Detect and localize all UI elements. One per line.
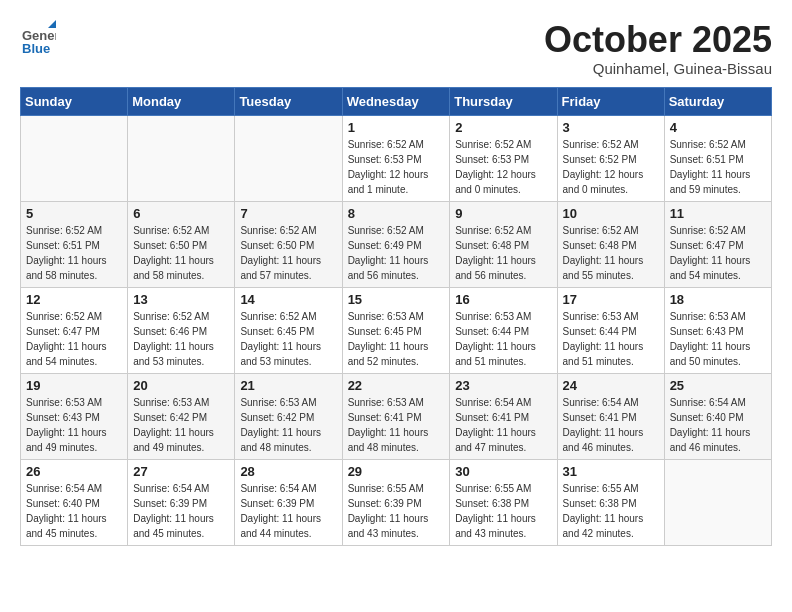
col-friday: Friday <box>557 87 664 115</box>
day-number: 7 <box>240 206 336 221</box>
day-number: 31 <box>563 464 659 479</box>
page-header: General Blue October 2025 Quinhamel, Gui… <box>20 20 772 77</box>
day-info: Sunrise: 6:53 AMSunset: 6:42 PMDaylight:… <box>240 395 336 455</box>
calendar-week-1: 5Sunrise: 6:52 AMSunset: 6:51 PMDaylight… <box>21 201 772 287</box>
day-number: 13 <box>133 292 229 307</box>
location: Quinhamel, Guinea-Bissau <box>544 60 772 77</box>
day-number: 10 <box>563 206 659 221</box>
day-info: Sunrise: 6:52 AMSunset: 6:51 PMDaylight:… <box>670 137 766 197</box>
day-info: Sunrise: 6:54 AMSunset: 6:40 PMDaylight:… <box>670 395 766 455</box>
calendar-cell: 10Sunrise: 6:52 AMSunset: 6:48 PMDayligh… <box>557 201 664 287</box>
day-info: Sunrise: 6:54 AMSunset: 6:39 PMDaylight:… <box>240 481 336 541</box>
calendar-cell: 24Sunrise: 6:54 AMSunset: 6:41 PMDayligh… <box>557 373 664 459</box>
month-title: October 2025 <box>544 20 772 60</box>
day-info: Sunrise: 6:52 AMSunset: 6:47 PMDaylight:… <box>26 309 122 369</box>
col-wednesday: Wednesday <box>342 87 450 115</box>
day-number: 9 <box>455 206 551 221</box>
day-number: 17 <box>563 292 659 307</box>
col-sunday: Sunday <box>21 87 128 115</box>
day-number: 8 <box>348 206 445 221</box>
calendar-cell: 31Sunrise: 6:55 AMSunset: 6:38 PMDayligh… <box>557 459 664 545</box>
calendar-cell <box>235 115 342 201</box>
day-info: Sunrise: 6:52 AMSunset: 6:52 PMDaylight:… <box>563 137 659 197</box>
calendar-week-3: 19Sunrise: 6:53 AMSunset: 6:43 PMDayligh… <box>21 373 772 459</box>
day-info: Sunrise: 6:52 AMSunset: 6:46 PMDaylight:… <box>133 309 229 369</box>
day-number: 25 <box>670 378 766 393</box>
day-info: Sunrise: 6:53 AMSunset: 6:41 PMDaylight:… <box>348 395 445 455</box>
calendar-cell: 30Sunrise: 6:55 AMSunset: 6:38 PMDayligh… <box>450 459 557 545</box>
day-info: Sunrise: 6:52 AMSunset: 6:53 PMDaylight:… <box>455 137 551 197</box>
day-number: 24 <box>563 378 659 393</box>
calendar-cell: 6Sunrise: 6:52 AMSunset: 6:50 PMDaylight… <box>128 201 235 287</box>
calendar-cell: 14Sunrise: 6:52 AMSunset: 6:45 PMDayligh… <box>235 287 342 373</box>
calendar-week-2: 12Sunrise: 6:52 AMSunset: 6:47 PMDayligh… <box>21 287 772 373</box>
day-number: 15 <box>348 292 445 307</box>
col-saturday: Saturday <box>664 87 771 115</box>
day-number: 28 <box>240 464 336 479</box>
calendar-cell: 9Sunrise: 6:52 AMSunset: 6:48 PMDaylight… <box>450 201 557 287</box>
calendar-cell: 27Sunrise: 6:54 AMSunset: 6:39 PMDayligh… <box>128 459 235 545</box>
day-number: 6 <box>133 206 229 221</box>
calendar-cell: 1Sunrise: 6:52 AMSunset: 6:53 PMDaylight… <box>342 115 450 201</box>
calendar-cell: 25Sunrise: 6:54 AMSunset: 6:40 PMDayligh… <box>664 373 771 459</box>
calendar: Sunday Monday Tuesday Wednesday Thursday… <box>20 87 772 546</box>
day-info: Sunrise: 6:52 AMSunset: 6:47 PMDaylight:… <box>670 223 766 283</box>
col-monday: Monday <box>128 87 235 115</box>
calendar-week-4: 26Sunrise: 6:54 AMSunset: 6:40 PMDayligh… <box>21 459 772 545</box>
day-info: Sunrise: 6:54 AMSunset: 6:39 PMDaylight:… <box>133 481 229 541</box>
day-info: Sunrise: 6:52 AMSunset: 6:48 PMDaylight:… <box>455 223 551 283</box>
day-info: Sunrise: 6:52 AMSunset: 6:45 PMDaylight:… <box>240 309 336 369</box>
day-number: 11 <box>670 206 766 221</box>
day-number: 19 <box>26 378 122 393</box>
day-info: Sunrise: 6:53 AMSunset: 6:45 PMDaylight:… <box>348 309 445 369</box>
svg-text:Blue: Blue <box>22 41 50 56</box>
calendar-week-0: 1Sunrise: 6:52 AMSunset: 6:53 PMDaylight… <box>21 115 772 201</box>
calendar-cell: 13Sunrise: 6:52 AMSunset: 6:46 PMDayligh… <box>128 287 235 373</box>
day-number: 21 <box>240 378 336 393</box>
day-number: 29 <box>348 464 445 479</box>
day-info: Sunrise: 6:53 AMSunset: 6:43 PMDaylight:… <box>26 395 122 455</box>
day-info: Sunrise: 6:52 AMSunset: 6:49 PMDaylight:… <box>348 223 445 283</box>
day-number: 20 <box>133 378 229 393</box>
day-number: 14 <box>240 292 336 307</box>
day-info: Sunrise: 6:54 AMSunset: 6:40 PMDaylight:… <box>26 481 122 541</box>
calendar-cell: 18Sunrise: 6:53 AMSunset: 6:43 PMDayligh… <box>664 287 771 373</box>
calendar-cell <box>664 459 771 545</box>
col-tuesday: Tuesday <box>235 87 342 115</box>
calendar-cell: 17Sunrise: 6:53 AMSunset: 6:44 PMDayligh… <box>557 287 664 373</box>
day-info: Sunrise: 6:53 AMSunset: 6:43 PMDaylight:… <box>670 309 766 369</box>
logo: General Blue <box>20 20 60 56</box>
calendar-cell: 19Sunrise: 6:53 AMSunset: 6:43 PMDayligh… <box>21 373 128 459</box>
day-number: 30 <box>455 464 551 479</box>
col-thursday: Thursday <box>450 87 557 115</box>
day-number: 1 <box>348 120 445 135</box>
calendar-cell: 23Sunrise: 6:54 AMSunset: 6:41 PMDayligh… <box>450 373 557 459</box>
day-number: 18 <box>670 292 766 307</box>
day-info: Sunrise: 6:55 AMSunset: 6:39 PMDaylight:… <box>348 481 445 541</box>
calendar-cell: 20Sunrise: 6:53 AMSunset: 6:42 PMDayligh… <box>128 373 235 459</box>
calendar-header-row: Sunday Monday Tuesday Wednesday Thursday… <box>21 87 772 115</box>
calendar-cell: 29Sunrise: 6:55 AMSunset: 6:39 PMDayligh… <box>342 459 450 545</box>
day-info: Sunrise: 6:53 AMSunset: 6:44 PMDaylight:… <box>455 309 551 369</box>
calendar-cell: 28Sunrise: 6:54 AMSunset: 6:39 PMDayligh… <box>235 459 342 545</box>
day-info: Sunrise: 6:54 AMSunset: 6:41 PMDaylight:… <box>563 395 659 455</box>
logo-icon: General Blue <box>20 20 56 56</box>
day-info: Sunrise: 6:52 AMSunset: 6:50 PMDaylight:… <box>240 223 336 283</box>
day-info: Sunrise: 6:52 AMSunset: 6:51 PMDaylight:… <box>26 223 122 283</box>
calendar-cell: 11Sunrise: 6:52 AMSunset: 6:47 PMDayligh… <box>664 201 771 287</box>
calendar-cell <box>21 115 128 201</box>
calendar-cell: 4Sunrise: 6:52 AMSunset: 6:51 PMDaylight… <box>664 115 771 201</box>
calendar-cell: 15Sunrise: 6:53 AMSunset: 6:45 PMDayligh… <box>342 287 450 373</box>
day-number: 27 <box>133 464 229 479</box>
calendar-cell: 22Sunrise: 6:53 AMSunset: 6:41 PMDayligh… <box>342 373 450 459</box>
calendar-cell: 26Sunrise: 6:54 AMSunset: 6:40 PMDayligh… <box>21 459 128 545</box>
calendar-cell <box>128 115 235 201</box>
day-info: Sunrise: 6:52 AMSunset: 6:48 PMDaylight:… <box>563 223 659 283</box>
day-number: 5 <box>26 206 122 221</box>
day-number: 4 <box>670 120 766 135</box>
day-info: Sunrise: 6:54 AMSunset: 6:41 PMDaylight:… <box>455 395 551 455</box>
day-info: Sunrise: 6:52 AMSunset: 6:53 PMDaylight:… <box>348 137 445 197</box>
calendar-cell: 21Sunrise: 6:53 AMSunset: 6:42 PMDayligh… <box>235 373 342 459</box>
calendar-cell: 7Sunrise: 6:52 AMSunset: 6:50 PMDaylight… <box>235 201 342 287</box>
day-info: Sunrise: 6:55 AMSunset: 6:38 PMDaylight:… <box>455 481 551 541</box>
